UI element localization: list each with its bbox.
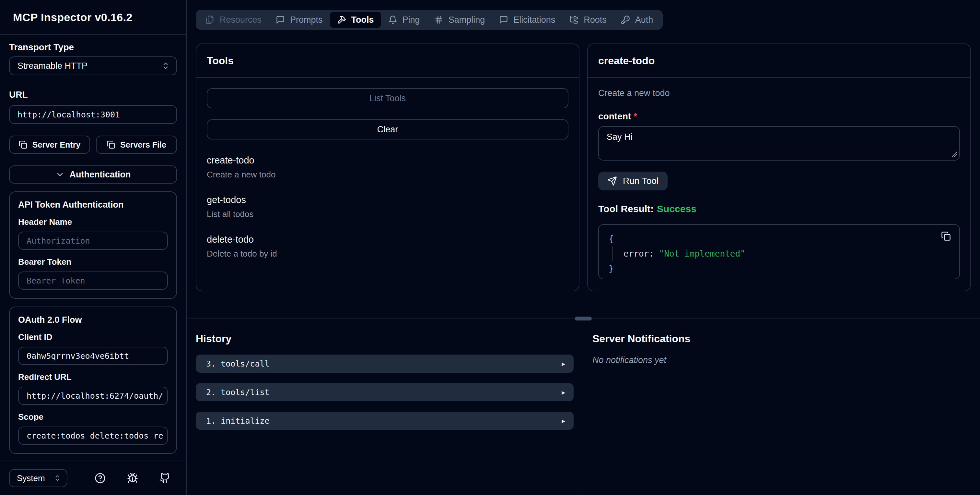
main-area: Resources Prompts Tools Ping Sampling [187,0,980,495]
app-title: MCP Inspector v0.16.2 [13,11,132,24]
tab-prompts[interactable]: Prompts [269,12,330,28]
list-item[interactable]: get-todos List all todos [207,195,568,219]
oauth-flow-title: OAuth 2.0 Flow [18,315,168,325]
scope-input[interactable]: create:todos delete:todos re [18,426,168,445]
tab-sampling[interactable]: Sampling [427,12,492,28]
tab-label: Auth [635,15,653,25]
chevrons-up-down-icon [161,62,170,70]
expand-arrow-icon[interactable]: ▶ [562,417,565,424]
json-close-brace: } [609,261,950,276]
key-icon [621,15,630,24]
mcp-inspector-app: MCP Inspector v0.16.2 Transport Type Str… [0,0,980,495]
tool-result-label: Tool Result: [598,203,654,214]
history-item-label: 2. tools/list [206,388,270,397]
cards-row: Tools List Tools Clear create-todo Creat… [196,43,971,291]
tool-detail-title: create-todo [588,44,970,78]
tab-roots[interactable]: Roots [562,12,614,28]
api-token-card: API Token Authentication Header Name Aut… [9,192,177,299]
api-token-title: API Token Authentication [18,200,168,210]
files-icon [205,15,215,24]
tab-elicitations[interactable]: Elicitations [492,12,562,28]
redirect-url-input[interactable]: http://localhost:6274/oauth/ [18,386,168,405]
list-item[interactable]: 3. tools/call ▶ [196,354,574,373]
run-tool-button[interactable]: Run Tool [598,172,668,190]
message-square-icon [499,15,508,24]
server-entry-button[interactable]: Server Entry [9,136,90,154]
list-tools-button[interactable]: List Tools [207,88,568,109]
github-icon[interactable] [159,473,170,484]
list-item[interactable]: create-todo Create a new todo [207,155,568,180]
server-notifications-title: Server Notifications [592,333,970,345]
history-item-label: 1. initialize [206,416,270,426]
tool-detail-description: Create a new todo [598,88,960,98]
tool-name: get-todos [207,195,568,205]
resize-handle[interactable] [575,316,592,321]
sidebar-body: Transport Type Streamable HTTP URL http:… [0,35,186,461]
servers-file-label: Servers File [120,140,166,150]
status-badge: Success [657,203,697,214]
content-textarea[interactable]: Say Hi [598,126,960,161]
history-item-label: 3. tools/call [206,359,270,369]
server-entry-label: Server Entry [32,140,81,150]
tab-label: Elicitations [513,15,555,25]
transport-type-select[interactable]: Streamable HTTP [9,56,177,75]
content-field-wrap: Say Hi [598,126,960,161]
authentication-toggle[interactable]: Authentication [9,165,177,184]
no-notifications-text: No notifications yet [592,355,970,365]
list-item[interactable]: delete-todo Delete a todo by id [207,234,568,259]
content-field-label: content* [598,111,960,121]
history-title: History [196,333,574,345]
tool-name: delete-todo [207,234,568,245]
message-square-icon [276,15,285,24]
expand-arrow-icon[interactable]: ▶ [562,389,565,396]
footer-icons [95,473,170,484]
tab-ping[interactable]: Ping [381,12,427,28]
tool-result-json: { error: "Not implemented" } [598,224,960,279]
tab-label: Sampling [449,15,485,25]
tab-tools[interactable]: Tools [330,12,381,28]
header-name-label: Header Name [18,217,168,227]
top-region: Resources Prompts Tools Ping Sampling [187,0,980,319]
servers-file-button[interactable]: Servers File [96,136,177,154]
run-tool-label: Run Tool [623,176,659,186]
json-open-brace: { [609,231,950,246]
tools-panel-title: Tools [196,44,579,78]
list-item[interactable]: 2. tools/list ▶ [196,383,574,401]
tab-label: Ping [402,15,420,25]
url-input[interactable]: http://localhost:3001 [9,105,177,124]
tools-panel-body: List Tools Clear create-todo Create a ne… [196,78,579,291]
send-icon [607,176,617,186]
copy-result-button[interactable] [941,231,951,241]
tool-detail-body: Create a new todo content* Say Hi [588,78,970,291]
tool-list: create-todo Create a new todo get-todos … [207,155,568,259]
json-body: error: "Not implemented" [612,246,950,261]
chevrons-up-down-icon [54,474,61,482]
clear-button[interactable]: Clear [207,119,568,139]
history-panel: History 3. tools/call ▶ 2. tools/list ▶ … [187,319,583,495]
client-id-input[interactable]: 0ahw5qrrnv3eo4ve6ibtt [18,347,168,365]
theme-select[interactable]: System [9,469,67,487]
folder-tree-icon [570,15,579,24]
tool-result-line: Tool Result:Success [598,203,960,214]
tools-panel: Tools List Tools Clear create-todo Creat… [196,43,579,291]
tab-resources[interactable]: Resources [198,12,269,28]
bearer-token-input[interactable]: Bearer Token [18,271,168,290]
expand-arrow-icon[interactable]: ▶ [562,360,565,367]
history-list: 3. tools/call ▶ 2. tools/list ▶ 1. initi… [196,354,574,430]
client-id-label: Client ID [18,332,168,342]
header-name-input[interactable]: Authorization [18,232,168,250]
transport-type-label: Transport Type [9,42,177,53]
help-icon[interactable] [95,473,106,484]
bug-icon[interactable] [127,473,138,484]
tab-label: Resources [220,15,261,25]
copy-icon [19,141,27,149]
hash-icon [434,15,443,24]
list-item[interactable]: 1. initialize ▶ [196,412,574,430]
tab-auth[interactable]: Auth [614,12,660,28]
bearer-token-label: Bearer Token [18,257,168,267]
hammer-icon [337,15,346,24]
json-value: "Not implemented" [659,249,745,259]
bearer-token-placeholder: Bearer Token [27,276,85,286]
tool-description: List all todos [207,209,568,219]
copy-buttons-row: Server Entry Servers File [9,136,177,154]
